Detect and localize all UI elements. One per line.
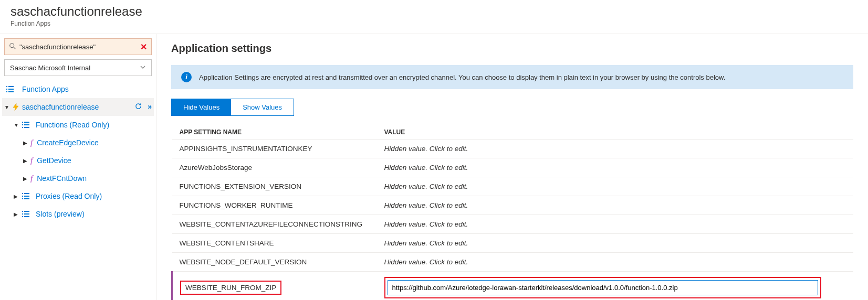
setting-value-hidden[interactable]: Hidden value. Click to edit. <box>377 177 854 196</box>
subscription-label: Saschac Microsoft Internal <box>10 64 90 72</box>
app-settings-table: APP SETTING NAME VALUE APPINSIGHTS_INSTR… <box>171 125 853 300</box>
search-icon <box>9 42 16 51</box>
info-icon: i <box>181 72 192 82</box>
column-header-name: APP SETTING NAME <box>172 125 377 140</box>
svg-point-0 <box>10 43 14 47</box>
setting-name: APPINSIGHTS_INSTRUMENTATIONKEY <box>172 140 377 158</box>
tree-function-item[interactable]: ▶fGetDevice <box>2 152 154 169</box>
section-title: Application settings <box>171 42 853 55</box>
svg-marker-8 <box>13 103 18 111</box>
setting-name: WEBSITE_CONTENTAZUREFILECONNECTIONSTRING <box>172 215 377 234</box>
value-visibility-toggle: Hide Values Show Values <box>171 99 294 116</box>
setting-name-highlight: WEBSITE_RUN_FROM_ZIP <box>180 281 281 295</box>
hide-values-button[interactable]: Hide Values <box>172 99 231 115</box>
page-subtitle: Function Apps <box>11 20 857 27</box>
show-values-button[interactable]: Show Values <box>231 99 294 115</box>
setting-value-hidden[interactable]: Hidden value. Click to edit. <box>377 215 854 234</box>
caret-right-icon: ▶ <box>23 158 30 164</box>
lightning-icon <box>12 103 20 111</box>
list-icon <box>5 84 15 94</box>
list-icon <box>21 209 30 219</box>
setting-name: FUNCTIONS_WORKER_RUNTIME <box>172 196 377 215</box>
info-banner: i Application Settings are encrypted at … <box>171 65 853 89</box>
function-icon: f <box>30 174 33 183</box>
setting-value-hidden[interactable]: Hidden value. Click to edit. <box>377 140 854 158</box>
svg-line-1 <box>14 47 16 49</box>
tree-functions-label: Functions (Read Only) <box>36 121 109 129</box>
setting-value-hidden[interactable]: Hidden value. Click to edit. <box>377 158 854 177</box>
search-value: "saschacfunctionrelease" <box>19 43 140 51</box>
list-icon <box>21 120 30 130</box>
setting-value-hidden[interactable]: Hidden value. Click to edit. <box>377 196 854 215</box>
tree-function-item[interactable]: ▶fCreateEdgeDevice <box>2 134 154 152</box>
tree-functions-node[interactable]: ▼ Functions (Read Only) <box>2 116 154 134</box>
tree-proxies-node[interactable]: ▶ Proxies (Read Only) <box>2 187 154 205</box>
function-icon: f <box>30 138 33 147</box>
sidebar-search[interactable]: "saschacfunctionrelease" ✕ <box>4 38 152 55</box>
caret-down-icon: ▼ <box>14 122 21 128</box>
setting-name: WEBSITE_NODE_DEFAULT_VERSION <box>172 253 377 272</box>
caret-right-icon: ▶ <box>23 140 30 146</box>
setting-name: AzureWebJobsStorage <box>172 158 377 177</box>
refresh-icon[interactable] <box>134 102 142 112</box>
list-icon <box>21 191 30 201</box>
setting-value-hidden[interactable]: Hidden value. Click to edit. <box>377 253 854 272</box>
caret-right-icon: ▶ <box>14 211 21 217</box>
setting-row: WEBSITE_NODE_DEFAULT_VERSIONHidden value… <box>172 253 854 272</box>
subscription-dropdown[interactable]: Saschac Microsoft Internal <box>4 59 152 76</box>
setting-value-hidden[interactable]: Hidden value. Click to edit. <box>377 234 854 253</box>
setting-value-input[interactable] <box>388 280 818 295</box>
nav-function-apps[interactable]: Function Apps <box>2 80 154 98</box>
tree-slots-node[interactable]: ▶ Slots (preview) <box>2 205 154 223</box>
setting-name: WEBSITE_CONTENTSHARE <box>172 234 377 253</box>
setting-name: FUNCTIONS_EXTENSION_VERSION <box>172 177 377 196</box>
clear-search-icon[interactable]: ✕ <box>140 42 147 52</box>
caret-down-icon: ▼ <box>4 104 12 110</box>
info-text: Application Settings are encrypted at re… <box>199 73 725 81</box>
function-label: CreateEdgeDevice <box>37 138 99 147</box>
main-content: Application settings i Application Setti… <box>156 34 868 300</box>
setting-row: AzureWebJobsStorageHidden value. Click t… <box>172 158 854 177</box>
setting-row-editing: WEBSITE_RUN_FROM_ZIP <box>172 272 854 301</box>
function-label: NextFCntDown <box>37 174 87 183</box>
setting-row: WEBSITE_CONTENTAZUREFILECONNECTIONSTRING… <box>172 215 854 234</box>
tree-proxies-label: Proxies (Read Only) <box>36 192 102 200</box>
tree-slots-label: Slots (preview) <box>36 210 85 218</box>
tree-app-node[interactable]: ▼ saschacfunctionrelease » <box>2 98 154 116</box>
setting-row: WEBSITE_CONTENTSHAREHidden value. Click … <box>172 234 854 253</box>
function-label: GetDevice <box>37 156 71 165</box>
sidebar: "saschacfunctionrelease" ✕ Saschac Micro… <box>0 34 156 300</box>
setting-row: FUNCTIONS_EXTENSION_VERSIONHidden value.… <box>172 177 854 196</box>
setting-row: FUNCTIONS_WORKER_RUNTIMEHidden value. Cl… <box>172 196 854 215</box>
function-icon: f <box>30 156 33 165</box>
expand-icon[interactable]: » <box>148 102 152 112</box>
caret-right-icon: ▶ <box>14 194 21 199</box>
setting-row: APPINSIGHTS_INSTRUMENTATIONKEYHidden val… <box>172 140 854 158</box>
page-title: saschacfunctionrelease <box>11 4 857 19</box>
column-header-value: VALUE <box>377 125 854 140</box>
tree-function-item[interactable]: ▶fNextFCntDown <box>2 169 154 187</box>
caret-right-icon: ▶ <box>23 176 30 181</box>
tree-app-label: saschacfunctionrelease <box>22 103 99 111</box>
nav-function-apps-label: Function Apps <box>22 85 69 93</box>
chevron-down-icon <box>140 64 146 72</box>
